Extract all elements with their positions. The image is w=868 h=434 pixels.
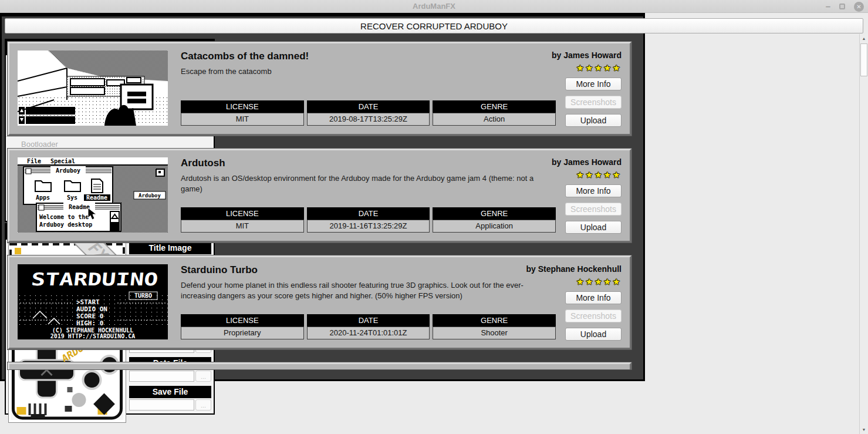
game-library-panel: Game Library (Drag and Drop to Flash Car… <box>0 0 645 381</box>
date-value: 2019-11-16T13:25:29Z <box>307 220 430 233</box>
copyright-line-2: 2019 HTTP://STARDUINO.CA <box>50 333 136 339</box>
rating-stars: ★★★★★ <box>576 63 622 73</box>
game-meta-table: LICENSE DATE GENRE MIT 2019-08-17T13:25:… <box>181 100 556 126</box>
save-file-header: Save File <box>129 386 211 398</box>
window-titlebar[interactable]: ArduManFX – ✕ <box>0 0 868 13</box>
game-description: Defend your home planet in this endless … <box>181 280 556 301</box>
license-header: LICENSE <box>181 100 304 113</box>
game-title: Catacombs of the damned! <box>181 51 556 62</box>
more-info-button[interactable]: More Info <box>565 291 622 304</box>
starduino-logo-text: STARDUINO <box>30 269 159 290</box>
license-value: MIT <box>181 220 304 233</box>
menu-high-label: HIGH: 0 <box>76 319 103 327</box>
icon-apps-label: Apps <box>36 194 50 201</box>
icon-sys-label: Sys <box>67 194 77 201</box>
license-value: MIT <box>181 113 304 126</box>
game-screenshot-ardutosh: File Special Arduboy <box>18 157 168 233</box>
window-readme-title: Readme <box>69 204 90 210</box>
data-file-browse-button[interactable]: ... <box>195 371 211 382</box>
icon-readme-label: Readme <box>86 194 107 201</box>
rating-stars: ★★★★★ <box>576 170 622 180</box>
more-info-button[interactable]: More Info <box>565 78 622 90</box>
game-author: by Stephane Hockenhull <box>526 264 622 274</box>
turbo-label: TURBO <box>134 292 152 299</box>
license-header: LICENSE <box>181 207 304 220</box>
date-header: DATE <box>307 207 430 220</box>
genre-header: GENRE <box>433 207 556 220</box>
game-meta-table: LICENSE DATE GENRE MIT 2019-11-16T13:25:… <box>181 207 556 233</box>
upload-button[interactable]: Upload <box>565 114 622 127</box>
game-description: Escape from the catacomb <box>181 66 556 77</box>
scroll-up-icon[interactable]: ▲ <box>860 34 868 43</box>
scroll-down-icon[interactable]: ▼ <box>860 425 868 434</box>
maximize-icon[interactable] <box>839 4 845 9</box>
data-file-input[interactable] <box>129 371 194 382</box>
date-value: 2020-11-24T01:01:01Z <box>307 327 430 339</box>
recover-corrupted-arduboy-button[interactable]: RECOVER CORRUPTED ARDUBOY <box>5 18 863 33</box>
window-title: ArduManFX <box>0 0 868 13</box>
game-card-starduino[interactable]: STARDUINO TURBO >START AUDIO ON SCORE 0 … <box>8 255 631 349</box>
game-card-list: Catacombs of the damned! Escape from the… <box>8 42 631 369</box>
game-screenshot-starduino: STARDUINO TURBO >START AUDIO ON SCORE 0 … <box>18 264 168 339</box>
library-scrollbar[interactable]: ▲ ▼ <box>859 34 868 434</box>
close-icon[interactable]: ✕ <box>854 2 864 12</box>
readme-line-1: Welcome to the <box>39 214 89 220</box>
save-file-input[interactable] <box>129 399 194 411</box>
game-title: Starduino Turbo <box>181 264 556 276</box>
genre-value: Action <box>433 113 556 126</box>
genre-header: GENRE <box>433 100 556 113</box>
game-card-ardutosh[interactable]: File Special Arduboy <box>8 149 631 243</box>
game-meta-table: LICENSE DATE GENRE Proprietary 2020-11-2… <box>181 314 556 339</box>
date-header: DATE <box>307 100 430 113</box>
game-title: Ardutosh <box>181 157 556 169</box>
menu-file-label: File <box>27 158 41 164</box>
game-card-partial[interactable] <box>8 362 631 369</box>
window-controls: – ✕ <box>826 0 864 13</box>
window-arduboy-title: Arduboy <box>56 167 80 174</box>
screenshots-button[interactable]: Screenshots <box>565 203 622 216</box>
readme-line-2: Arduboy desktop <box>39 221 92 228</box>
genre-value: Application <box>433 220 556 233</box>
game-author: by James Howard <box>552 157 622 167</box>
screenshots-button[interactable]: Screenshots <box>565 309 622 322</box>
license-header: LICENSE <box>181 314 304 327</box>
upload-button[interactable]: Upload <box>565 328 622 341</box>
screenshots-button[interactable]: Screenshots <box>565 96 622 109</box>
game-author: by James Howard <box>552 51 622 60</box>
menu-special-label: Special <box>50 158 75 164</box>
rating-stars: ★★★★★ <box>576 277 622 287</box>
more-info-button[interactable]: More Info <box>565 184 622 197</box>
minimize-icon[interactable]: – <box>826 0 830 13</box>
desktop-icon-label: Arduboy <box>139 193 161 199</box>
upload-button[interactable]: Upload <box>565 221 622 234</box>
game-card-catacombs[interactable]: Catacombs of the damned! Escape from the… <box>8 42 631 136</box>
license-value: Proprietary <box>181 327 304 339</box>
scrollbar-thumb[interactable] <box>860 43 867 76</box>
save-file-browse-button[interactable]: ... <box>195 399 211 411</box>
date-value: 2019-08-17T13:25:29Z <box>307 113 430 126</box>
date-header: DATE <box>307 314 430 327</box>
game-description: Ardutosh is an OS/desktop environment fo… <box>181 173 556 194</box>
game-screenshot-catacombs <box>18 51 168 126</box>
